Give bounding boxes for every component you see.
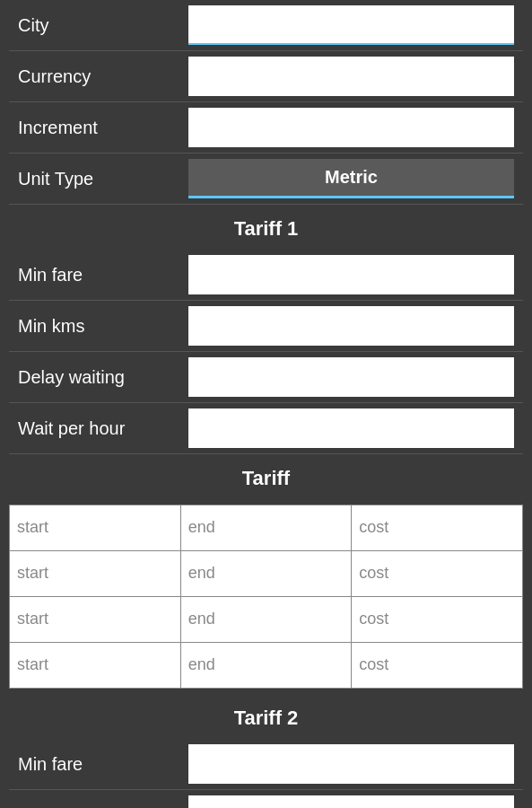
tariff-title: Tariff [9, 454, 523, 499]
table-row [10, 505, 523, 551]
increment-input[interactable] [188, 108, 514, 147]
tariff-row3-start[interactable] [10, 597, 180, 642]
main-form: City Currency Increment Unit Type Metric… [0, 0, 532, 808]
min-fare-row: Min fare [9, 250, 523, 301]
delay-waiting-input[interactable] [188, 357, 514, 397]
min-kms2-input[interactable] [188, 795, 514, 808]
tariff-table [9, 505, 523, 689]
table-row [10, 597, 523, 643]
min-kms-input[interactable] [188, 306, 514, 346]
wait-per-hour-input[interactable] [188, 408, 514, 448]
tariff1-title: Tariff 1 [9, 205, 523, 250]
min-fare-input[interactable] [188, 255, 514, 294]
tariff-row2-start[interactable] [10, 551, 180, 596]
tariff-row1-cost[interactable] [352, 505, 522, 550]
min-kms2-label: Min kms [18, 805, 188, 809]
city-input[interactable] [188, 5, 514, 45]
delay-waiting-row: Delay waiting [9, 352, 523, 403]
table-row [10, 643, 523, 689]
min-fare2-label: Min fare [18, 754, 188, 775]
tariff-row1-start[interactable] [10, 505, 180, 550]
min-fare2-input[interactable] [188, 744, 514, 784]
min-kms-row: Min kms [9, 301, 523, 352]
tariff-row4-start[interactable] [10, 643, 180, 688]
min-fare-label: Min fare [18, 265, 188, 285]
wait-per-hour-label: Wait per hour [18, 418, 188, 439]
currency-row: Currency [9, 51, 523, 102]
tariff-row4-cost[interactable] [352, 643, 522, 688]
tariff2-title: Tariff 2 [9, 694, 523, 739]
unit-type-label: Unit Type [18, 169, 188, 189]
delay-waiting-label: Delay waiting [18, 367, 188, 388]
min-fare2-row: Min fare [9, 739, 523, 790]
unit-type-row: Unit Type Metric [9, 154, 523, 205]
tariff-row2-cost[interactable] [352, 551, 522, 596]
currency-label: Currency [18, 66, 188, 87]
city-row: City [9, 0, 523, 51]
min-kms2-row: Min kms [9, 790, 523, 808]
increment-row: Increment [9, 102, 523, 154]
tariff-row4-end[interactable] [181, 643, 352, 688]
increment-label: Increment [18, 118, 188, 138]
tariff-row3-end[interactable] [181, 597, 352, 642]
currency-input[interactable] [188, 57, 514, 96]
wait-per-hour-row: Wait per hour [9, 403, 523, 454]
tariff-row1-end[interactable] [181, 505, 352, 550]
unit-type-button[interactable]: Metric [188, 159, 514, 198]
city-label: City [18, 15, 188, 36]
min-kms-label: Min kms [18, 316, 188, 337]
tariff-row2-end[interactable] [181, 551, 352, 596]
tariff-row3-cost[interactable] [352, 597, 522, 642]
table-row [10, 551, 523, 597]
